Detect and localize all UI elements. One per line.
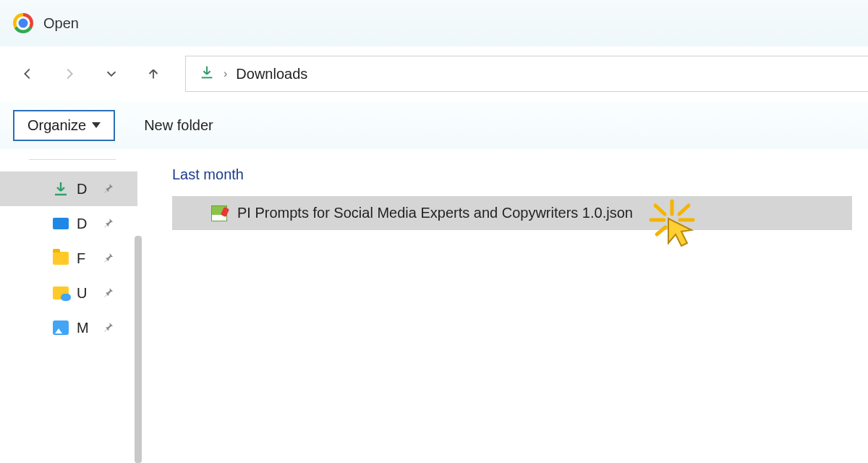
recent-locations-button[interactable] xyxy=(101,64,122,84)
download-location-icon xyxy=(199,64,215,84)
file-name: PI Prompts for Social Media Experts and … xyxy=(237,205,633,221)
download-icon xyxy=(52,180,69,197)
chevron-down-icon xyxy=(92,122,101,128)
titlebar: Open xyxy=(0,0,868,46)
pin-icon xyxy=(103,216,114,232)
nav-row: › Downloads xyxy=(0,46,868,101)
json-file-icon xyxy=(211,205,227,221)
sidebar-item-label: F xyxy=(77,250,95,267)
cloud-folder-icon xyxy=(52,284,69,302)
sidebar-item-desktop[interactable]: D xyxy=(0,206,137,241)
forward-button[interactable] xyxy=(59,64,80,84)
breadcrumb-separator: › xyxy=(224,67,227,80)
pin-icon xyxy=(103,181,114,197)
sidebar-item-label: D xyxy=(77,216,95,232)
window-title: Open xyxy=(43,15,79,32)
file-row[interactable]: PI Prompts for Social Media Experts and … xyxy=(172,196,852,230)
nav-buttons xyxy=(17,64,163,84)
address-bar[interactable]: › Downloads xyxy=(185,56,868,92)
pin-icon xyxy=(103,285,114,302)
pin-icon xyxy=(103,250,114,267)
sidebar-item-label: M xyxy=(77,320,95,336)
sidebar-divider xyxy=(29,159,116,160)
image-icon xyxy=(52,319,69,336)
content-pane: Last month PI Prompts for Social Media E… xyxy=(137,149,868,463)
organize-label: Organize xyxy=(27,117,86,134)
new-folder-button[interactable]: New folder xyxy=(144,117,213,134)
sidebar-item-label: U xyxy=(77,285,95,302)
sidebar-item-label: D xyxy=(77,181,95,197)
folder-icon xyxy=(52,250,69,267)
sidebar-item-downloads[interactable]: D xyxy=(0,171,137,206)
up-button[interactable] xyxy=(143,64,163,84)
breadcrumb-location[interactable]: Downloads xyxy=(236,66,307,82)
organize-button[interactable]: Organize xyxy=(13,110,115,141)
sidebar-item-folder[interactable]: F xyxy=(0,241,137,276)
sidebar: D D F U M xyxy=(0,149,137,463)
toolbar: Organize New folder xyxy=(0,101,868,149)
sidebar-item-images[interactable]: M xyxy=(0,310,137,345)
body: D D F U M xyxy=(0,149,868,463)
chrome-icon xyxy=(13,13,33,33)
group-header[interactable]: Last month xyxy=(172,166,868,183)
desktop-icon xyxy=(52,215,69,232)
sidebar-item-user-cloud[interactable]: U xyxy=(0,276,137,310)
back-button[interactable] xyxy=(17,64,38,84)
pin-icon xyxy=(103,320,114,336)
